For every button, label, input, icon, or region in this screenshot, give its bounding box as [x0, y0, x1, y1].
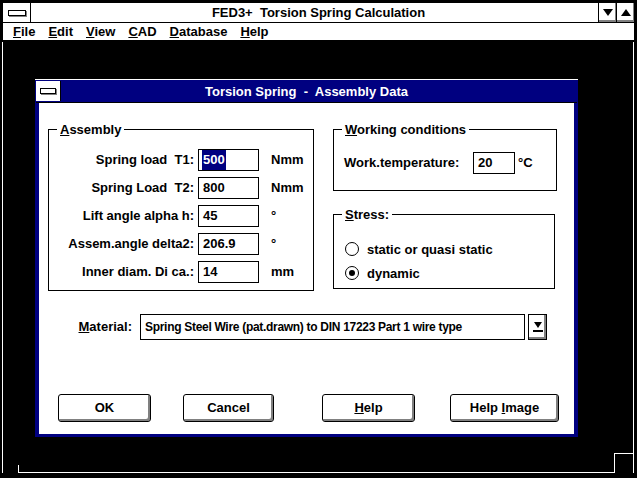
- menu-item-database[interactable]: Database: [170, 24, 228, 39]
- desktop: FED3+ Torsion Spring Calculation File Ed…: [0, 0, 637, 478]
- window-title: FED3+ Torsion Spring Calculation: [3, 3, 634, 22]
- dialog-system-menu-button[interactable]: [36, 81, 61, 101]
- menu-item-edit[interactable]: Edit: [48, 24, 73, 39]
- window-controls: [598, 3, 634, 22]
- help-button[interactable]: Help: [322, 394, 415, 422]
- radio-button-icon[interactable]: [345, 242, 359, 256]
- assembly-group: Assembly Spring load T1: 500 Nmm Spring …: [48, 129, 314, 291]
- assem-angle-row: Assem.angle delta2: 206.9 °: [49, 233, 313, 255]
- window-frame-left[interactable]: [2, 41, 3, 473]
- material-label: Material:: [59, 314, 132, 340]
- assembly-group-label: Assembly: [57, 122, 124, 137]
- minimize-button[interactable]: [598, 3, 616, 22]
- cancel-button[interactable]: Cancel: [183, 394, 274, 422]
- spring-load-t1-unit: Nmm: [271, 149, 304, 171]
- dynamic-radio-option[interactable]: dynamic: [345, 264, 420, 282]
- inner-diam-label: Inner diam. Di ca.:: [49, 261, 194, 283]
- static-radio-option[interactable]: static or quasi static: [345, 240, 493, 258]
- assem-angle-unit: °: [271, 233, 276, 255]
- dynamic-radio-label: dynamic: [367, 266, 420, 281]
- window-frame-right[interactable]: [633, 41, 634, 473]
- dropdown-arrow-underline: [533, 330, 543, 332]
- spring-load-t2-label: Spring Load T2:: [49, 177, 194, 199]
- up-arrow-icon: [621, 9, 631, 16]
- assembly-data-dialog: Torsion Spring - Assembly Data Assembly …: [35, 79, 578, 437]
- lift-angle-row: Lift angle alpha h: 45 °: [49, 205, 313, 227]
- inner-diam-input[interactable]: 14: [198, 261, 259, 283]
- assem-angle-label: Assem.angle delta2:: [49, 233, 194, 255]
- inner-diam-row: Inner diam. Di ca.: 14 mm: [49, 261, 313, 283]
- work-temperature-unit: °C: [518, 152, 533, 174]
- assem-angle-input[interactable]: 206.9: [198, 233, 259, 255]
- menu-item-view[interactable]: View: [86, 24, 115, 39]
- spring-load-t1-label: Spring load T1:: [49, 149, 194, 171]
- help-image-button[interactable]: Help Image: [450, 394, 559, 422]
- ok-button[interactable]: OK: [58, 394, 151, 422]
- lift-angle-input[interactable]: 45: [198, 205, 259, 227]
- spring-load-t2-unit: Nmm: [271, 177, 304, 199]
- menu-item-help[interactable]: Help: [240, 24, 268, 39]
- spring-load-t2-input[interactable]: 800: [198, 177, 259, 199]
- work-temperature-label: Work.temperature:: [344, 152, 459, 174]
- lift-angle-label: Lift angle alpha h:: [49, 205, 194, 227]
- inner-diam-unit: mm: [271, 261, 294, 283]
- window-frame-bottom[interactable]: [18, 472, 615, 473]
- down-arrow-icon: [603, 9, 613, 16]
- lift-angle-unit: °: [271, 205, 276, 227]
- stress-group-label: Stress:: [342, 207, 392, 222]
- working-conditions-label: Working conditions: [342, 122, 469, 137]
- dropdown-arrow-icon: [534, 322, 542, 328]
- radio-button-icon[interactable]: [345, 266, 359, 280]
- menu-item-cad[interactable]: CAD: [128, 24, 156, 39]
- dialog-body: Assembly Spring load T1: 500 Nmm Spring …: [39, 103, 574, 434]
- dialog-title: Torsion Spring - Assembly Data: [36, 81, 577, 102]
- static-radio-label: static or quasi static: [367, 242, 493, 257]
- frame-corner-notch-right-h: [614, 453, 634, 454]
- dialog-system-menu-icon: [40, 88, 56, 94]
- material-dropdown-button[interactable]: [528, 314, 547, 340]
- maximize-button[interactable]: [616, 3, 634, 22]
- main-titlebar[interactable]: FED3+ Torsion Spring Calculation: [3, 3, 634, 23]
- spring-load-t1-row: Spring load T1: 500 Nmm: [49, 149, 313, 171]
- menu-bar: File Edit View CAD Database Help: [3, 23, 634, 40]
- work-temperature-input[interactable]: 20: [473, 152, 515, 174]
- material-combobox[interactable]: Spring Steel Wire (pat.drawn) to DIN 172…: [140, 314, 525, 340]
- menu-item-file[interactable]: File: [13, 24, 35, 39]
- frame-corner-notch-left: [18, 465, 19, 473]
- stress-group: Stress: static or quasi static dynamic: [333, 214, 555, 289]
- dialog-titlebar[interactable]: Torsion Spring - Assembly Data: [36, 81, 577, 103]
- frame-corner-notch-right: [614, 453, 615, 473]
- main-window-chrome: FED3+ Torsion Spring Calculation File Ed…: [2, 2, 635, 42]
- working-conditions-group: Working conditions Work.temperature: 20 …: [333, 129, 557, 191]
- spring-load-t1-input[interactable]: 500: [198, 149, 259, 171]
- spring-load-t2-row: Spring Load T2: 800 Nmm: [49, 177, 313, 199]
